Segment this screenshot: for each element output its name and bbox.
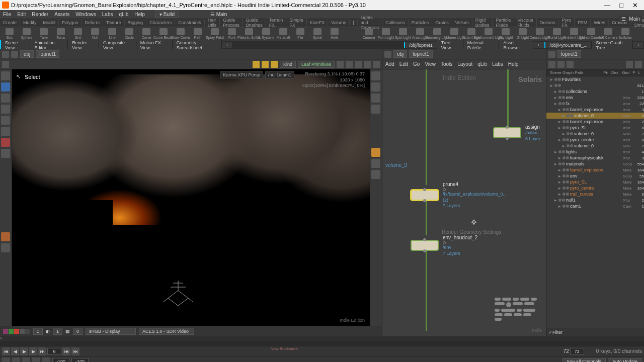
tree-row[interactable]: ▸cam1Cam1 — [546, 203, 644, 209]
scale-tool-icon[interactable] — [1, 116, 10, 125]
shelf-tab[interactable]: Model — [40, 20, 59, 26]
net-layout[interactable]: Layout — [457, 61, 472, 67]
color-swatch[interactable] — [25, 329, 30, 334]
tree-filter[interactable]: ✓ Filter — [546, 328, 644, 336]
main-selector[interactable]: ☰ Main — [210, 12, 227, 17]
tree-row[interactable]: ▸envXfor228 — [546, 95, 644, 101]
key-all-button[interactable]: Key All Channels — [562, 358, 606, 363]
bb2-icon[interactable] — [12, 357, 20, 363]
tree-row[interactable]: ▸karmaphysicalskXfor3 — [546, 155, 644, 161]
tree-row[interactable]: ▸lightsXfor4 — [546, 149, 644, 155]
lut-field[interactable]: 0 — [73, 328, 83, 335]
net-tools[interactable]: Tools — [441, 61, 452, 67]
realtime-icon[interactable] — [2, 357, 10, 363]
timeline[interactable]: New Bookmark — [0, 341, 644, 346]
snap-tool-icon[interactable] — [1, 138, 10, 147]
menu-file[interactable]: File — [3, 12, 11, 17]
pane-tab[interactable]: /obj/PyroCentre_... — [544, 42, 592, 48]
shelf-tab[interactable]: Rigging — [125, 20, 147, 26]
net-labs[interactable]: Labs — [492, 61, 503, 67]
range-start-input[interactable] — [52, 358, 69, 363]
breadcrumb-lopnet[interactable]: lopnet1 — [36, 50, 59, 58]
color-swatch[interactable] — [20, 329, 25, 334]
shelf-tab[interactable]: Pyro FX — [559, 17, 575, 28]
tree-row[interactable]: ▸pyro_SLMate164 — [546, 179, 644, 185]
shelf-tab[interactable]: Guide Brushes — [243, 17, 266, 28]
tree-row[interactable]: ▸fxXfor22 — [546, 101, 644, 107]
shelf-tool-file[interactable]: File — [293, 28, 308, 39]
menu-help[interactable]: Help — [134, 12, 145, 17]
color-swatch[interactable] — [3, 329, 8, 334]
shelf-tool-null[interactable]: Null — [88, 28, 103, 39]
shelf-tool-path[interactable]: Path — [190, 28, 205, 39]
light2-icon[interactable] — [262, 61, 269, 68]
pane-tab[interactable]: /obj/lopnet1 — [404, 42, 437, 48]
view-transform-dropdown[interactable]: ACES 1.0 - SDR Video — [139, 328, 194, 335]
shelf-tool-volume-light[interactable]: Volume Light — [447, 28, 462, 39]
play-back-button[interactable]: ▶ — [20, 347, 28, 355]
tree-row[interactable]: ▸collections1 — [546, 88, 644, 95]
light3-icon[interactable] — [271, 61, 278, 68]
shelf-tool-helix[interactable]: Helix — [327, 28, 342, 39]
bb5-icon[interactable] — [42, 357, 50, 363]
range-end-input[interactable] — [570, 348, 584, 355]
shelf-tool-box[interactable]: Box — [2, 28, 17, 39]
shelf-tool-environment-light[interactable]: Environment Light — [481, 28, 496, 39]
net-view[interactable]: View — [425, 61, 436, 67]
breadcrumb-obj[interactable]: obj — [20, 50, 34, 58]
shelf-tool-caustic-light[interactable]: Caustic Light — [532, 28, 547, 39]
shelf-tool-spot-light[interactable]: Spot Light — [395, 28, 411, 39]
shelf-tab[interactable]: Deform — [82, 20, 104, 26]
shelf-tab[interactable]: Wires — [591, 20, 609, 26]
node-assign[interactable]: assign /fx/bar 6 Layer — [493, 124, 540, 142]
display-opt-icon[interactable] — [371, 71, 380, 80]
shelf-tool-tube[interactable]: Tube — [36, 28, 51, 39]
key-prev-button[interactable]: ⏮ — [62, 347, 70, 355]
pane-tab[interactable]: + — [633, 42, 644, 48]
brush-tool-icon[interactable] — [1, 149, 10, 158]
shelf-tab[interactable]: Constraints — [175, 20, 205, 26]
minimize-button[interactable]: — — [604, 2, 610, 9]
desktop-selector[interactable]: ▾ Build — [155, 11, 179, 18]
vis-icon[interactable] — [371, 159, 380, 168]
pane-tab[interactable]: + — [222, 42, 233, 48]
tree-row[interactable]: ▸trail_curvesMate6 — [546, 191, 644, 197]
shelf-tool-stereo-camera[interactable]: Stereo Camera — [584, 28, 599, 39]
shelf-tab[interactable]: Viscous Fluids — [514, 17, 536, 28]
gamma-field[interactable]: 1 — [33, 328, 43, 335]
shelf-tool-spiral[interactable]: Spiral — [310, 28, 325, 39]
shelf-tab[interactable]: Rigid Bodies — [472, 17, 493, 28]
leaf-dropdown[interactable]: Leaf Primitives — [298, 61, 335, 68]
menu-assets[interactable]: Assets — [54, 12, 69, 17]
shelf-tool-switcher[interactable]: Switcher — [618, 28, 633, 39]
tree-btn3-icon[interactable] — [567, 61, 574, 68]
tool2-icon[interactable] — [346, 61, 353, 68]
tree-row[interactable]: ▸Favorites — [546, 76, 644, 82]
misc-tool-icon[interactable] — [1, 243, 10, 252]
shelf-tool-draw-curve[interactable]: Draw Curve — [173, 28, 188, 39]
tree-row[interactable]: ▸volume_0Volu7 — [546, 131, 644, 137]
tree-row[interactable]: ▸materialsScop554 — [546, 161, 644, 167]
shelf-tab[interactable]: FEM — [575, 20, 591, 26]
kind-dropdown[interactable]: Kind — [280, 61, 296, 68]
auto-update-button[interactable]: Auto Update — [608, 358, 642, 363]
color-swatch[interactable] — [9, 329, 14, 334]
shelf-tab[interactable]: | — [350, 20, 357, 26]
first-frame-button[interactable]: ⏮ — [2, 347, 10, 355]
wire-icon[interactable] — [371, 105, 380, 114]
nav-fwd-icon[interactable] — [11, 51, 18, 58]
nav-back-icon[interactable] — [2, 51, 9, 58]
current-frame-marker[interactable]: 6 — [0, 336, 644, 340]
shelf-tool-platonic-solids[interactable]: Platonic Solids — [242, 28, 257, 39]
rotate-tool-icon[interactable] — [1, 105, 10, 114]
tree-row[interactable]: ▸envScop55 — [546, 173, 644, 179]
shelf-tab[interactable]: Oceans — [537, 20, 559, 26]
grid-icon[interactable] — [2, 61, 9, 68]
play-fwd-button[interactable]: ▶ — [29, 347, 37, 355]
display-opt2-icon[interactable] — [371, 82, 380, 92]
tree-row[interactable]: ▸null1Xfor2 — [546, 197, 644, 203]
tool-icon[interactable] — [337, 61, 344, 68]
vis2-icon[interactable] — [371, 170, 380, 179]
colorspace-dropdown[interactable]: sRGB - Display — [86, 328, 136, 335]
tree-row[interactable]: ▸pyro_SLXfor8 — [546, 125, 644, 131]
